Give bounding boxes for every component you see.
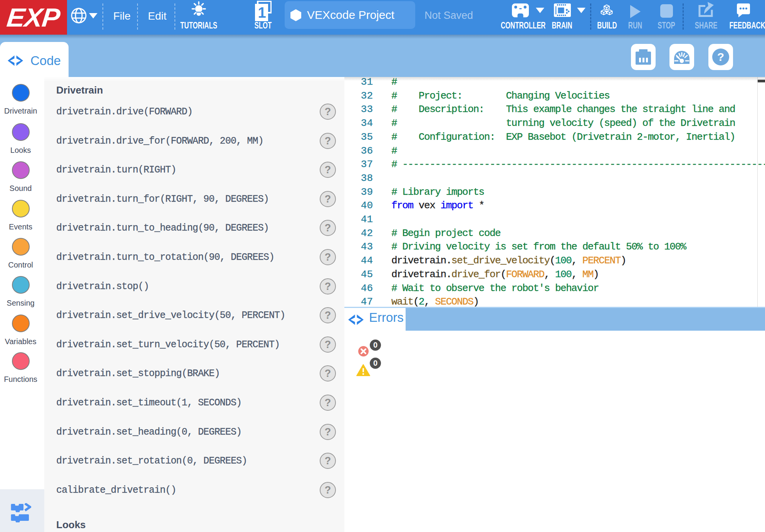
svg-text:?: ? [717,50,724,63]
svg-text:1: 1 [258,5,266,21]
